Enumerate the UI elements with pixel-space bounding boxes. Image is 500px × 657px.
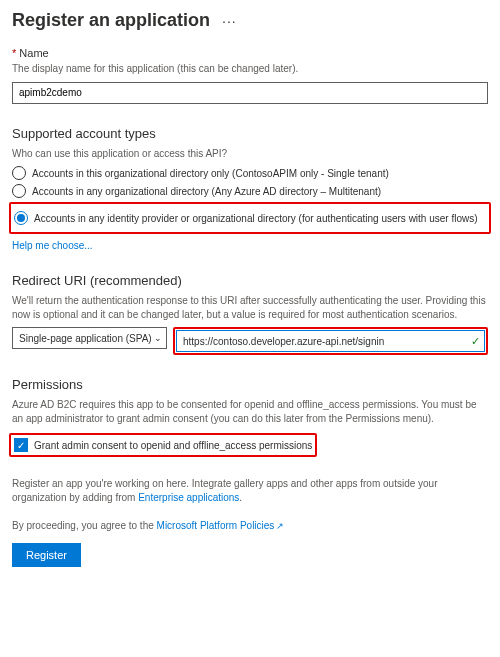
- permissions-desc: Azure AD B2C requires this app to be con…: [12, 398, 488, 425]
- help-me-choose-link[interactable]: Help me choose...: [12, 240, 488, 251]
- checkbox-icon: ✓: [14, 438, 28, 452]
- redirect-uri-title: Redirect URI (recommended): [12, 273, 488, 288]
- chevron-down-icon: ⌄: [154, 333, 162, 343]
- name-desc: The display name for this application (t…: [12, 62, 488, 76]
- page-title: Register an application: [12, 10, 210, 31]
- proceed-prefix: By proceeding, you agree to the: [12, 520, 157, 531]
- platform-select[interactable]: Single-page application (SPA) ⌄: [12, 327, 167, 349]
- name-label-text: Name: [19, 47, 48, 59]
- name-label: * Name: [12, 47, 488, 59]
- redirect-uri-desc: We'll return the authentication response…: [12, 294, 488, 321]
- platform-value: Single-page application (SPA): [19, 333, 152, 344]
- redirect-uri-input[interactable]: https://contoso.developer.azure-api.net/…: [176, 330, 485, 352]
- platform-policies-link[interactable]: Microsoft Platform Policies: [157, 520, 275, 531]
- proceed-text: By proceeding, you agree to the Microsof…: [12, 520, 488, 531]
- redirect-uri-value: https://contoso.developer.azure-api.net/…: [183, 336, 384, 347]
- external-link-icon: ↗: [276, 521, 284, 531]
- account-types-title: Supported account types: [12, 126, 488, 141]
- radio-option-multitenant[interactable]: Accounts in any organizational directory…: [12, 184, 488, 198]
- permissions-title: Permissions: [12, 377, 488, 392]
- radio-label: Accounts in this organizational director…: [32, 168, 389, 179]
- radio-icon: [14, 211, 28, 225]
- name-input[interactable]: [12, 82, 488, 104]
- admin-consent-checkbox[interactable]: ✓ Grant admin consent to openid and offl…: [14, 438, 312, 452]
- checkbox-label: Grant admin consent to openid and offlin…: [34, 440, 312, 451]
- radio-label: Accounts in any identity provider or org…: [34, 213, 478, 224]
- radio-option-any-idp[interactable]: Accounts in any identity provider or org…: [14, 211, 486, 225]
- enterprise-applications-link[interactable]: Enterprise applications: [138, 492, 239, 503]
- radio-icon: [12, 184, 26, 198]
- register-button[interactable]: Register: [12, 543, 81, 567]
- register-desc: Register an app you're working on here. …: [12, 477, 488, 504]
- check-icon: ✓: [471, 335, 480, 348]
- radio-icon: [12, 166, 26, 180]
- radio-label: Accounts in any organizational directory…: [32, 186, 381, 197]
- account-types-desc: Who can use this application or access t…: [12, 147, 488, 161]
- radio-option-single-tenant[interactable]: Accounts in this organizational director…: [12, 166, 488, 180]
- more-icon[interactable]: ···: [222, 13, 237, 29]
